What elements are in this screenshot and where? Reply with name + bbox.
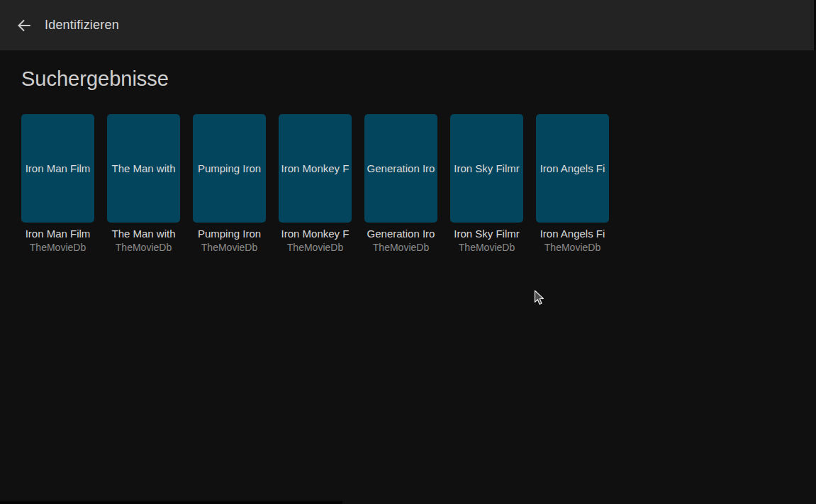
result-title: Iron Monkey F [279,228,352,240]
back-button[interactable] [14,16,34,35]
result-title: Iron Angels Fi [536,228,609,240]
result-poster-card[interactable]: Iron Monkey F [279,114,352,223]
result-poster-card[interactable]: Iron Man Film [21,114,94,223]
result-title: Pumping Iron [193,228,266,240]
search-result-item[interactable]: Generation Iro Generation Iro TheMovieDb [364,114,437,253]
result-provider: TheMovieDb [107,242,180,253]
dialog-header: Identifizieren [0,0,814,50]
results-grid: Iron Man Film Iron Man Film TheMovieDb T… [21,114,814,253]
poster-placeholder-text: Generation Iro [367,162,435,174]
result-title: The Man with [107,228,180,240]
result-provider: TheMovieDb [450,242,523,253]
poster-placeholder-text: The Man with [111,162,175,174]
search-result-item[interactable]: Pumping Iron Pumping Iron TheMovieDb [193,114,266,253]
search-result-item[interactable]: The Man with The Man with TheMovieDb [107,114,180,253]
result-title: Generation Iro [364,228,437,240]
result-poster-card[interactable]: Pumping Iron [193,114,266,223]
dialog-title: Identifizieren [45,18,119,33]
poster-placeholder-text: Iron Man Film [26,162,91,174]
result-provider: TheMovieDb [536,242,609,253]
poster-placeholder-text: Iron Monkey F [281,162,350,174]
poster-placeholder-text: Iron Angels Fi [540,162,605,174]
arrow-left-icon [16,17,33,34]
search-result-item[interactable]: Iron Sky Filmr Iron Sky Filmr TheMovieDb [450,114,523,253]
result-title: Iron Man Film [21,228,94,240]
result-provider: TheMovieDb [193,242,266,253]
result-poster-card[interactable]: The Man with [107,114,180,223]
result-poster-card[interactable]: Iron Sky Filmr [450,114,523,223]
search-result-item[interactable]: Iron Man Film Iron Man Film TheMovieDb [21,114,94,253]
result-provider: TheMovieDb [364,242,437,253]
poster-placeholder-text: Pumping Iron [198,162,261,174]
result-poster-card[interactable]: Iron Angels Fi [536,114,609,223]
result-poster-card[interactable]: Generation Iro [364,114,437,223]
screen: { "header": { "title": "Identifizieren",… [0,0,816,504]
poster-placeholder-text: Iron Sky Filmr [454,162,520,174]
result-provider: TheMovieDb [279,242,352,253]
search-result-item[interactable]: Iron Monkey F Iron Monkey F TheMovieDb [279,114,352,253]
result-provider: TheMovieDb [21,242,94,253]
search-result-item[interactable]: Iron Angels Fi Iron Angels Fi TheMovieDb [536,114,609,253]
result-title: Iron Sky Filmr [450,228,523,240]
bottom-edge-strip [0,501,342,504]
content-area: Suchergebnisse Iron Man Film Iron Man Fi… [0,50,814,504]
section-heading: Suchergebnisse [21,67,814,91]
